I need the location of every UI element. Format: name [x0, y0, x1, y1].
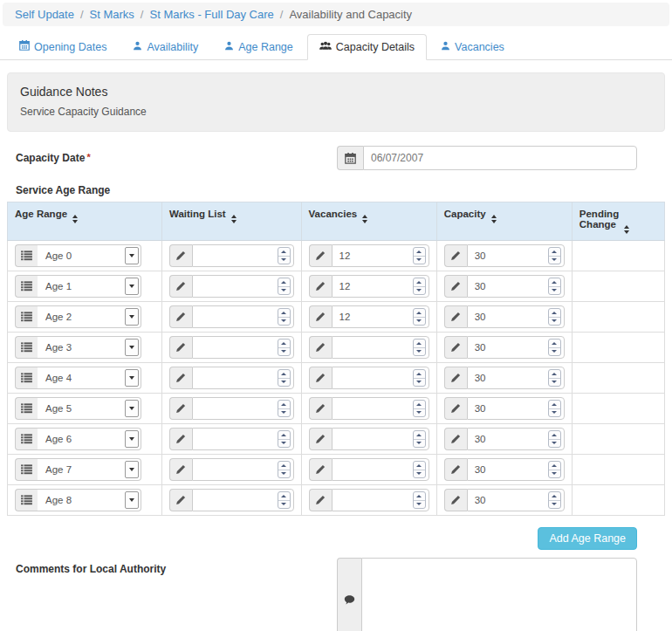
number-spinner[interactable] — [278, 247, 291, 264]
vacancies-cell — [301, 302, 436, 333]
table-row: Age 0 — [8, 241, 665, 271]
age-range-cell: Age 7 — [8, 455, 162, 485]
number-spinner[interactable] — [413, 461, 426, 478]
pencil-icon — [169, 305, 192, 328]
age-range-select[interactable]: Age 4 — [15, 367, 141, 389]
age-range-select[interactable]: Age 6 — [15, 428, 141, 450]
breadcrumb-link-self-update[interactable]: Self Update — [15, 8, 74, 21]
age-range-table-body: Age 0 — [8, 241, 665, 516]
age-range-select[interactable]: Age 8 — [15, 489, 141, 511]
tab-capacity-details[interactable]: Capacity Details — [307, 34, 427, 60]
vacancies-cell — [301, 333, 436, 363]
tab-label: Capacity Details — [336, 41, 415, 53]
pending-change-cell — [572, 333, 664, 363]
age-range-value: Age 5 — [45, 403, 72, 414]
number-spinner[interactable] — [278, 491, 291, 509]
age-range-field: Age 5 — [38, 397, 141, 420]
age-range-select[interactable]: Age 0 — [15, 244, 141, 267]
column-header-waiting-list[interactable]: Waiting List — [161, 202, 301, 241]
number-spinner[interactable] — [548, 247, 561, 264]
age-range-select[interactable]: Age 1 — [15, 275, 141, 298]
capacity-date-input[interactable] — [363, 146, 637, 170]
number-spinner[interactable] — [413, 369, 426, 387]
breadcrumb: Self Update / St Marks / St Marks - Full… — [3, 3, 669, 26]
number-spinner[interactable] — [548, 339, 561, 356]
guidance-notes-panel: Guidance Notes Service Capacity Guidance — [7, 72, 665, 132]
column-header-vacancies[interactable]: Vacancies — [301, 202, 436, 241]
age-range-dropdown-button[interactable] — [125, 369, 139, 387]
pencil-icon — [444, 397, 467, 420]
pencil-icon — [169, 367, 192, 389]
vacancies-cell — [301, 271, 436, 302]
number-spinner[interactable] — [548, 369, 561, 387]
age-range-dropdown-button[interactable] — [125, 491, 139, 509]
age-range-dropdown-button[interactable] — [125, 430, 139, 448]
waiting-list-cell — [161, 241, 301, 271]
waiting-list-cell — [161, 485, 301, 516]
age-range-value: Age 8 — [45, 495, 72, 505]
age-range-dropdown-button[interactable] — [125, 400, 139, 417]
number-spinner[interactable] — [413, 430, 426, 448]
age-range-dropdown-button[interactable] — [125, 461, 139, 478]
number-spinner[interactable] — [278, 308, 291, 326]
pencil-icon — [444, 305, 467, 328]
table-row: Age 8 — [8, 485, 665, 516]
number-spinner[interactable] — [278, 369, 291, 387]
capacity-cell — [436, 241, 572, 271]
number-spinner[interactable] — [413, 247, 426, 264]
comments-textarea[interactable] — [361, 558, 637, 631]
age-range-select[interactable]: Age 3 — [15, 336, 141, 359]
breadcrumb-link-service[interactable]: St Marks - Full Day Care — [149, 8, 273, 21]
caret-down-icon — [129, 498, 134, 502]
sort-icon — [231, 215, 237, 223]
number-spinner[interactable] — [278, 339, 291, 356]
number-spinner[interactable] — [548, 430, 561, 448]
pencil-icon — [444, 458, 467, 481]
age-range-dropdown-button[interactable] — [125, 308, 139, 326]
pending-change-cell — [572, 271, 664, 302]
age-range-select[interactable]: Age 7 — [15, 458, 141, 481]
breadcrumb-link-st-marks[interactable]: St Marks — [90, 8, 134, 21]
vacancies-cell — [301, 394, 436, 424]
age-range-dropdown-button[interactable] — [125, 339, 139, 356]
tab-vacancies[interactable]: Vacancies — [429, 34, 517, 60]
number-spinner[interactable] — [278, 400, 291, 417]
number-spinner[interactable] — [413, 308, 426, 326]
tab-availability[interactable]: Availability — [120, 34, 210, 60]
column-header-age-range[interactable]: Age Range — [8, 202, 162, 241]
age-range-dropdown-button[interactable] — [125, 278, 139, 295]
number-spinner[interactable] — [278, 278, 291, 295]
tab-age-range[interactable]: Age Range — [212, 34, 305, 60]
pencil-icon — [444, 367, 467, 389]
number-spinner[interactable] — [548, 278, 561, 295]
pending-change-cell — [572, 241, 664, 271]
column-header-capacity[interactable]: Capacity — [436, 202, 572, 241]
age-range-dropdown-button[interactable] — [125, 247, 139, 264]
age-range-field: Age 3 — [38, 336, 141, 359]
capacity-cell — [436, 363, 572, 394]
number-spinner[interactable] — [278, 430, 291, 448]
number-spinner[interactable] — [548, 308, 561, 326]
breadcrumb-separator: / — [80, 8, 84, 21]
number-spinner[interactable] — [548, 461, 561, 478]
number-spinner[interactable] — [413, 278, 426, 295]
pencil-icon — [309, 458, 332, 481]
tab-opening-dates[interactable]: Opening Dates — [7, 33, 119, 60]
column-header-pending-change[interactable]: Pending Change — [572, 202, 664, 241]
age-range-select[interactable]: Age 2 — [15, 305, 141, 328]
age-range-select[interactable]: Age 5 — [15, 397, 141, 420]
number-spinner[interactable] — [548, 400, 561, 417]
breadcrumb-separator: / — [280, 8, 284, 21]
number-spinner[interactable] — [413, 400, 426, 417]
number-spinner[interactable] — [413, 491, 426, 509]
add-age-range-button[interactable]: Add Age Range — [538, 527, 637, 550]
tab-label: Opening Dates — [34, 41, 106, 53]
age-range-value: Age 0 — [45, 250, 72, 261]
guidance-notes-title: Guidance Notes — [20, 85, 652, 99]
number-spinner[interactable] — [548, 491, 561, 509]
number-spinner[interactable] — [413, 339, 426, 356]
number-spinner[interactable] — [278, 461, 291, 478]
users-icon — [319, 41, 332, 53]
sort-icon — [72, 215, 78, 223]
age-range-cell: Age 4 — [8, 363, 162, 394]
